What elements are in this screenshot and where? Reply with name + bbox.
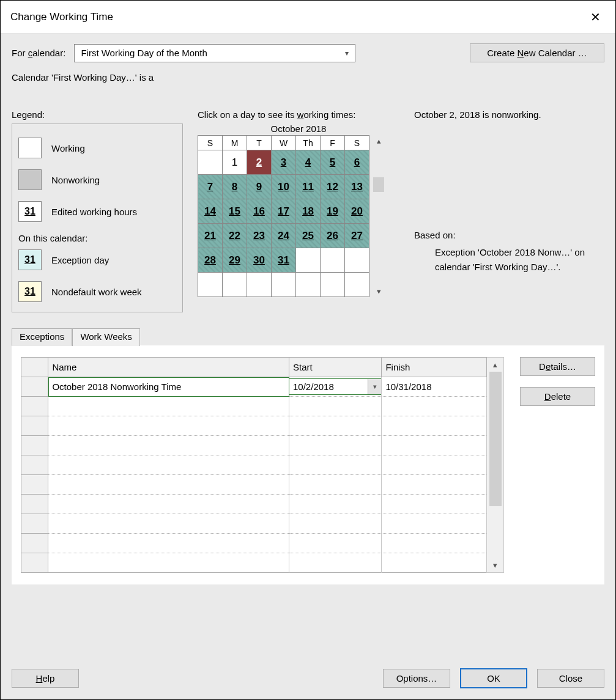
calendar-day-8[interactable]: 8: [223, 175, 247, 199]
empty-cell[interactable]: [48, 475, 289, 495]
calendar-day-29[interactable]: 29: [223, 248, 247, 273]
calendar-day-7[interactable]: 7: [198, 175, 223, 199]
calendar-day-26[interactable]: 26: [321, 224, 345, 248]
calendar-day-2[interactable]: 2: [247, 150, 272, 175]
empty-cell[interactable]: [382, 534, 487, 553]
empty-cell[interactable]: [48, 495, 289, 514]
column-header-start[interactable]: Start: [289, 358, 382, 377]
empty-cell[interactable]: [48, 416, 289, 436]
column-header-name[interactable]: Name: [48, 358, 289, 377]
calendar-day-20[interactable]: 20: [345, 199, 369, 224]
empty-cell[interactable]: [382, 397, 487, 416]
exception-finish-cell[interactable]: 10/31/2018: [382, 377, 487, 397]
calendar-day-9[interactable]: 9: [247, 175, 272, 199]
row-header[interactable]: [21, 416, 48, 436]
calendar-day-28[interactable]: 28: [198, 248, 223, 273]
scroll-track[interactable]: [373, 147, 384, 286]
row-header[interactable]: [21, 553, 48, 573]
empty-cell[interactable]: [382, 416, 487, 436]
row-header[interactable]: [21, 377, 48, 397]
calendar-day-13[interactable]: 13: [345, 175, 369, 199]
empty-cell[interactable]: [382, 495, 487, 514]
empty-cell[interactable]: [48, 553, 289, 573]
delete-button[interactable]: Delete: [520, 387, 595, 406]
calendar-day-3[interactable]: 3: [272, 150, 296, 175]
chevron-down-icon[interactable]: ▾: [368, 379, 381, 394]
accelerator: N: [517, 48, 524, 58]
empty-cell[interactable]: [289, 553, 382, 573]
calendar-day-19[interactable]: 19: [321, 199, 345, 224]
scroll-down-icon[interactable]: ▾: [493, 561, 497, 570]
calendar-day-12[interactable]: 12: [321, 175, 345, 199]
exceptions-grid[interactable]: NameStartFinishOctober 2018 Nonworking T…: [21, 357, 487, 573]
row-header[interactable]: [21, 495, 48, 514]
empty-cell[interactable]: [289, 495, 382, 514]
exception-name-cell[interactable]: October 2018 Nonworking Time: [48, 377, 289, 397]
empty-cell[interactable]: [289, 436, 382, 455]
calendar-day-31[interactable]: 31: [272, 248, 296, 273]
calendar-day-14[interactable]: 14: [198, 199, 223, 224]
options-button[interactable]: Options…: [383, 669, 450, 688]
calendar-day-25[interactable]: 25: [296, 224, 321, 248]
row-header[interactable]: [21, 534, 48, 553]
calendar-day-5[interactable]: 5: [321, 150, 345, 175]
calendar-day-15[interactable]: 15: [223, 199, 247, 224]
close-button[interactable]: Close: [537, 669, 604, 688]
ok-button[interactable]: OK: [460, 668, 527, 688]
empty-cell[interactable]: [382, 553, 487, 573]
calendar-day-24[interactable]: 24: [272, 224, 296, 248]
scroll-thumb[interactable]: [489, 372, 502, 506]
calendar-day-27[interactable]: 27: [345, 224, 369, 248]
scroll-up-icon[interactable]: ▴: [493, 360, 497, 369]
empty-cell[interactable]: [382, 436, 487, 455]
calendar-grid[interactable]: SMTWThFS12345678910111213141516171819202…: [198, 135, 369, 297]
row-header[interactable]: [21, 455, 48, 475]
empty-cell[interactable]: [48, 455, 289, 475]
scroll-down-icon[interactable]: ▾: [376, 286, 382, 297]
calendar-day-23[interactable]: 23: [247, 224, 272, 248]
empty-cell[interactable]: [289, 397, 382, 416]
calendar-empty-cell: [272, 273, 296, 297]
calendar-day-18[interactable]: 18: [296, 199, 321, 224]
close-icon[interactable]: ✕: [585, 7, 606, 27]
empty-cell[interactable]: [289, 534, 382, 553]
empty-cell[interactable]: [289, 455, 382, 475]
calendar-day-30[interactable]: 30: [247, 248, 272, 273]
calendar-day-1[interactable]: 1: [223, 150, 247, 175]
column-header-finish[interactable]: Finish: [382, 358, 487, 377]
calendar-scrollbar[interactable]: ▴ ▾: [372, 135, 385, 297]
empty-cell[interactable]: [382, 514, 487, 534]
empty-cell[interactable]: [289, 475, 382, 495]
help-button[interactable]: Help: [12, 669, 79, 688]
empty-cell[interactable]: [289, 416, 382, 436]
empty-cell[interactable]: [382, 475, 487, 495]
empty-cell[interactable]: [48, 514, 289, 534]
empty-cell[interactable]: [289, 514, 382, 534]
calendar-day-21[interactable]: 21: [198, 224, 223, 248]
calendar-day-4[interactable]: 4: [296, 150, 321, 175]
tab-work-weeks[interactable]: Work Weeks: [72, 328, 139, 346]
scroll-up-icon[interactable]: ▴: [376, 135, 382, 147]
exception-start-cell[interactable]: 10/2/2018▾: [289, 377, 382, 397]
text: orking times:: [303, 109, 355, 120]
calendar-day-6[interactable]: 6: [345, 150, 369, 175]
scroll-thumb[interactable]: [373, 177, 384, 192]
calendar-day-11[interactable]: 11: [296, 175, 321, 199]
row-header[interactable]: [21, 475, 48, 495]
calendar-day-16[interactable]: 16: [247, 199, 272, 224]
empty-cell[interactable]: [48, 436, 289, 455]
create-new-calendar-button[interactable]: Create New Calendar …: [470, 43, 604, 62]
calendar-day-22[interactable]: 22: [223, 224, 247, 248]
row-header[interactable]: [21, 514, 48, 534]
row-header[interactable]: [21, 397, 48, 416]
calendar-day-10[interactable]: 10: [272, 175, 296, 199]
grid-scrollbar[interactable]: ▴ ▾: [487, 357, 504, 573]
row-header[interactable]: [21, 436, 48, 455]
calendar-select[interactable]: First Working Day of the Month ▾: [74, 44, 355, 62]
empty-cell[interactable]: [48, 534, 289, 553]
details-button[interactable]: Details…: [520, 357, 595, 376]
calendar-day-17[interactable]: 17: [272, 199, 296, 224]
empty-cell[interactable]: [382, 455, 487, 475]
tab-exceptions[interactable]: Exceptions: [12, 328, 72, 346]
empty-cell[interactable]: [48, 397, 289, 416]
